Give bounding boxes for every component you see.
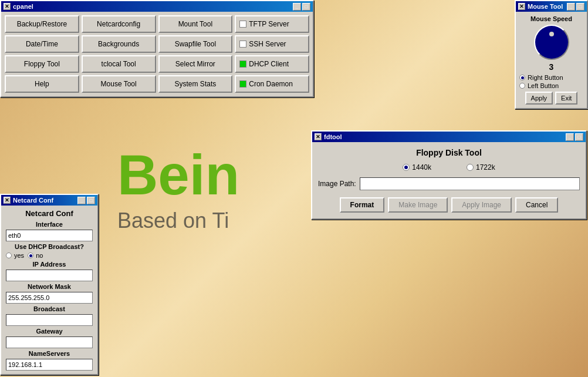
fdtool-radio-row: 1440k 1722k bbox=[318, 163, 580, 171]
mouse-radio-group: Right Button Left Button bbox=[519, 74, 563, 89]
fdtool-window-title: fdtool bbox=[324, 133, 342, 140]
dhcp-client-button[interactable]: DHCP Client bbox=[235, 55, 309, 73]
dhcp-yes-circle bbox=[6, 253, 12, 258]
cpanel-close-button[interactable]: ✕ bbox=[4, 3, 11, 10]
format-button[interactable]: Format bbox=[340, 197, 385, 213]
mouse-knob-dot bbox=[549, 32, 554, 36]
fdtool-close-button[interactable]: ✕ bbox=[315, 133, 322, 140]
tftp-server-button[interactable]: TFTP Server bbox=[235, 15, 309, 33]
cpanel-title: cpanel bbox=[13, 3, 33, 10]
background-sub-text: Based on Ti bbox=[117, 208, 229, 233]
system-stats-button[interactable]: System Stats bbox=[158, 75, 233, 93]
cancel-button[interactable]: Cancel bbox=[515, 197, 558, 213]
swapfile-tool-button[interactable]: Swapfile Tool bbox=[158, 35, 233, 53]
tclocal-tool-button[interactable]: tclocal Tool bbox=[82, 55, 156, 73]
right-button-label: Right Button bbox=[528, 74, 563, 81]
ssh-checkbox bbox=[239, 41, 246, 48]
floppy-1440-label: 1440k bbox=[412, 163, 431, 171]
netcard-minimize-button[interactable]: _ bbox=[77, 197, 86, 204]
cron-daemon-button[interactable]: Cron Daemon bbox=[235, 75, 309, 93]
netcard-maximize-button[interactable]: □ bbox=[87, 197, 95, 204]
mouse-tool-body: Mouse Speed 3 Right Button Left Button A… bbox=[516, 12, 587, 108]
image-path-row: Image Path: bbox=[318, 177, 580, 190]
broadcast-label: Broadcast bbox=[6, 305, 93, 312]
left-button-radio-circle bbox=[519, 83, 525, 89]
cpanel-minimize-button[interactable]: _ bbox=[293, 3, 301, 11]
gateway-input[interactable] bbox=[6, 336, 93, 348]
netcard-title: Netcard Conf bbox=[6, 209, 93, 218]
mouse-tool-minimize-button[interactable]: _ bbox=[567, 3, 575, 11]
fdtool-body: Floppy Disk Tool 1440k 1722k Image Path:… bbox=[312, 142, 586, 218]
mouse-apply-button[interactable]: Apply bbox=[525, 92, 553, 105]
netcard-window: ✕ Netcard Conf _ □ Netcard Conf Interfac… bbox=[0, 194, 99, 375]
cpanel-maximize-button[interactable]: □ bbox=[302, 3, 310, 11]
cpanel-window: ✕ cpanel _ □ Backup/Restore Netcardconfi… bbox=[0, 0, 314, 97]
right-button-radio[interactable]: Right Button bbox=[519, 74, 563, 81]
mouse-knob[interactable] bbox=[534, 25, 569, 60]
mouse-tool-button[interactable]: Mouse Tool bbox=[82, 75, 156, 93]
fdtool-minimize-button[interactable]: _ bbox=[566, 133, 574, 141]
mouse-speed-value: 3 bbox=[549, 62, 554, 72]
gateway-label: Gateway bbox=[6, 328, 93, 335]
image-path-input[interactable] bbox=[360, 177, 580, 190]
netmask-label: Network Mask bbox=[6, 283, 93, 290]
cpanel-body: Backup/Restore Netcardconfig Mount Tool … bbox=[1, 12, 313, 96]
floppy-tool-button[interactable]: Floppy Tool bbox=[5, 55, 79, 73]
floppy-1440-circle bbox=[403, 164, 410, 171]
dhcp-radio-row: yes no bbox=[6, 252, 93, 259]
left-button-label: Left Button bbox=[528, 82, 559, 89]
floppy-1722-label: 1722k bbox=[476, 163, 495, 171]
backup-restore-button[interactable]: Backup/Restore bbox=[5, 15, 79, 33]
dhcp-label: Use DHCP Broadcast? bbox=[6, 243, 93, 250]
left-button-radio[interactable]: Left Button bbox=[519, 82, 563, 89]
dhcp-no-circle bbox=[28, 253, 33, 258]
make-image-button[interactable]: Make Image bbox=[388, 197, 448, 213]
netcardconfig-button[interactable]: Netcardconfig bbox=[82, 15, 156, 33]
select-mirror-button[interactable]: Select Mirror bbox=[158, 55, 233, 73]
floppy-1722-radio[interactable]: 1722k bbox=[467, 163, 495, 171]
nameservers-input[interactable] bbox=[6, 359, 93, 371]
interface-label: Interface bbox=[6, 221, 93, 228]
ssh-server-button[interactable]: SSH Server bbox=[235, 35, 309, 53]
mouse-tool-maximize-button[interactable]: □ bbox=[576, 3, 584, 11]
fdtool-titlebar: ✕ fdtool _ □ bbox=[312, 132, 586, 142]
ip-address-label: IP Address bbox=[6, 261, 93, 268]
interface-input[interactable] bbox=[6, 230, 93, 241]
mouse-tool-window: ✕ Mouse Tool _ □ Mouse Speed 3 Right But… bbox=[515, 0, 588, 109]
netcard-body: Netcard Conf Interface Use DHCP Broadcas… bbox=[1, 206, 97, 374]
cpanel-titlebar: ✕ cpanel _ □ bbox=[1, 1, 313, 12]
fdtool-title: Floppy Disk Tool bbox=[318, 148, 580, 157]
broadcast-input[interactable] bbox=[6, 314, 93, 326]
right-button-radio-circle bbox=[519, 75, 525, 80]
date-time-button[interactable]: Date/Time bbox=[5, 35, 79, 53]
dhcp-yes-label: yes bbox=[14, 252, 24, 259]
netcard-window-title: Netcard Conf bbox=[13, 197, 53, 204]
ip-address-input[interactable] bbox=[6, 270, 93, 281]
netcard-close-button[interactable]: ✕ bbox=[4, 197, 11, 204]
help-button[interactable]: Help bbox=[5, 75, 79, 93]
tftp-checkbox bbox=[239, 21, 246, 28]
background-main-text: Bein bbox=[117, 147, 239, 203]
nameservers-label: NameServers bbox=[6, 350, 93, 357]
dhcp-no-radio[interactable]: no bbox=[28, 252, 43, 259]
dhcp-no-label: no bbox=[36, 252, 43, 259]
fdtool-button-row: Format Make Image Apply Image Cancel bbox=[318, 197, 580, 213]
mouse-tool-title: Mouse Tool bbox=[528, 3, 563, 10]
mouse-tool-titlebar: ✕ Mouse Tool _ □ bbox=[516, 1, 587, 12]
floppy-1722-circle bbox=[467, 164, 474, 171]
dhcp-yes-radio[interactable]: yes bbox=[6, 252, 24, 259]
apply-image-button[interactable]: Apply Image bbox=[451, 197, 512, 213]
floppy-1440-radio[interactable]: 1440k bbox=[403, 163, 431, 171]
cron-indicator bbox=[239, 80, 246, 87]
mouse-speed-label: Mouse Speed bbox=[530, 15, 572, 22]
mouse-tool-close-button[interactable]: ✕ bbox=[518, 3, 525, 10]
image-path-label: Image Path: bbox=[318, 180, 356, 188]
netmask-input[interactable] bbox=[6, 292, 93, 304]
dhcp-indicator bbox=[239, 60, 246, 68]
backgrounds-button[interactable]: Backgrounds bbox=[82, 35, 156, 53]
mouse-exit-button[interactable]: Exit bbox=[555, 92, 577, 105]
mount-tool-button[interactable]: Mount Tool bbox=[158, 15, 233, 33]
netcard-titlebar: ✕ Netcard Conf _ □ bbox=[1, 195, 97, 206]
fdtool-window: ✕ fdtool _ □ Floppy Disk Tool 1440k 1722… bbox=[311, 130, 587, 220]
fdtool-maximize-button[interactable]: □ bbox=[575, 133, 583, 141]
